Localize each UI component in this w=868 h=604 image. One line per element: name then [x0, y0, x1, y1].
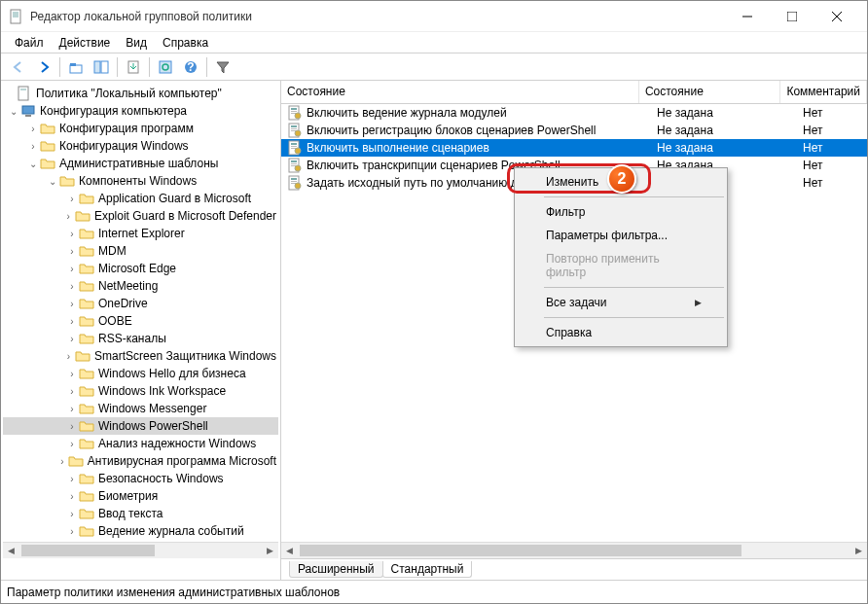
tree-item[interactable]: ›MDM [3, 242, 278, 260]
tree-item[interactable]: ›OneDrive [3, 295, 278, 312]
tree-windows-conf[interactable]: › Конфигурация Windows [3, 137, 278, 155]
svg-point-25 [295, 113, 301, 119]
svg-rect-5 [787, 12, 797, 21]
column-comment[interactable]: Комментарий [780, 81, 867, 103]
folder-icon [79, 471, 94, 486]
menubar: Файл Действие Вид Справка [1, 32, 867, 53]
folder-icon [79, 506, 94, 521]
policy-state: Не задана [651, 123, 797, 138]
export-button[interactable] [122, 55, 145, 79]
tree-item[interactable]: ›Ввод текста [3, 505, 278, 522]
tree-item[interactable]: ›NetMeeting [3, 277, 278, 295]
ctx-filter[interactable]: Фильтр [517, 200, 725, 224]
column-name[interactable]: Состояние [281, 81, 639, 103]
policy-tree[interactable]: ▸ Политика "Локальный компьютер" ⌄ Конфи… [3, 83, 278, 542]
ctx-separator [544, 317, 724, 318]
tree-item[interactable]: ›Exploit Guard в Microsoft Defender [3, 207, 278, 225]
tree-item[interactable]: ›Безопасность Windows [3, 470, 278, 487]
minimize-button[interactable] [725, 2, 770, 31]
tree-item-label: Безопасность Windows [96, 472, 226, 485]
tree-item[interactable]: ›Анализ надежности Windows [3, 435, 278, 452]
tree-item[interactable]: ›Application Guard в Microsoft [3, 190, 278, 207]
tree-item[interactable]: ›Microsoft Edge [3, 260, 278, 277]
refresh-button[interactable] [154, 55, 177, 79]
folder-icon [40, 156, 55, 171]
menu-help[interactable]: Справка [155, 34, 216, 52]
tree-item-label: OOBE [96, 314, 134, 328]
list-row[interactable]: Включить регистрацию блоков сценариев Po… [281, 122, 867, 139]
tree-item[interactable]: ›OOBE [3, 312, 278, 330]
svg-rect-32 [291, 143, 297, 145]
filter-button[interactable] [211, 55, 235, 79]
tree-item-label: Windows Messenger [96, 402, 208, 415]
svg-rect-43 [291, 181, 297, 182]
tree-item[interactable]: ›Ведение журнала событий [3, 522, 278, 540]
folder-icon [40, 121, 55, 136]
back-button[interactable] [7, 55, 30, 79]
tree-root[interactable]: ▸ Политика "Локальный компьютер" [3, 85, 278, 102]
menu-view[interactable]: Вид [118, 34, 155, 52]
tree-item[interactable]: ›Windows Hello для бизнеса [3, 365, 278, 382]
folder-icon [79, 383, 94, 399]
policy-comment: Нет [797, 175, 867, 191]
folder-icon [79, 296, 94, 311]
tree-computer-config[interactable]: ⌄ Конфигурация компьютера [3, 102, 278, 120]
svg-rect-37 [291, 160, 297, 162]
tree-item-label: Биометрия [96, 489, 160, 503]
tree-item-label: Ввод текста [96, 507, 164, 520]
ctx-help[interactable]: Справка [517, 321, 725, 344]
tree-item-label: RSS-каналы [96, 332, 168, 345]
folder-icon [79, 418, 94, 434]
app-icon [9, 9, 24, 24]
step-badge: 2 [607, 164, 636, 194]
folder-icon [75, 208, 90, 224]
setting-icon [287, 175, 303, 191]
tree-item[interactable]: ›RSS-каналы [3, 330, 278, 347]
tab-standard[interactable]: Стандартный [382, 561, 473, 578]
tree-item[interactable]: ›Биометрия [3, 487, 278, 505]
close-button[interactable] [814, 2, 859, 31]
tree-item-label: Microsoft Edge [96, 262, 178, 275]
help-button[interactable]: ? [179, 55, 202, 79]
tree-item-label: Exploit Guard в Microsoft Defender [92, 209, 278, 223]
show-hide-tree-button[interactable] [90, 55, 113, 79]
tree-item[interactable]: ›SmartScreen Защитника Windows [3, 347, 278, 365]
tab-extended[interactable]: Расширенный [289, 561, 383, 578]
ctx-all-tasks[interactable]: Все задачи▶ [517, 291, 725, 314]
menu-action[interactable]: Действие [52, 34, 119, 52]
content-area: ▸ Политика "Локальный компьютер" ⌄ Конфи… [1, 81, 867, 580]
menu-file[interactable]: Файл [7, 34, 52, 52]
svg-rect-13 [160, 61, 171, 73]
list-hscrollbar[interactable]: ◀▶ [281, 542, 867, 558]
tree-hscrollbar[interactable]: ◀▶ [3, 542, 278, 558]
up-button[interactable] [64, 55, 88, 79]
folder-icon [79, 523, 94, 539]
tree-item-label: Windows Hello для бизнеса [96, 367, 248, 380]
policy-state: Не задана [651, 105, 797, 121]
setting-icon [287, 105, 303, 121]
maximize-button[interactable] [770, 2, 814, 31]
policy-comment: Нет [797, 105, 867, 121]
ctx-separator [544, 287, 724, 288]
tree-item[interactable]: ›Windows Ink Workspace [3, 382, 278, 400]
list-row[interactable]: Включить ведение журнала модулейНе задан… [281, 104, 867, 122]
tree-item-label: NetMeeting [96, 279, 160, 293]
tree-item[interactable]: ›Windows Messenger [3, 400, 278, 417]
folder-icon [40, 138, 55, 154]
window-controls [725, 2, 859, 31]
tree-win-components[interactable]: ⌄ Компоненты Windows [3, 172, 278, 190]
tree-admin-templates[interactable]: ⌄ Административные шаблоны [3, 155, 278, 172]
tree-item[interactable]: ›Internet Explorer [3, 225, 278, 242]
tree-item[interactable]: ›Windows PowerShell [3, 417, 278, 435]
column-state[interactable]: Состояние [639, 81, 780, 103]
svg-rect-11 [101, 61, 108, 73]
svg-rect-38 [291, 163, 297, 164]
forward-button[interactable] [32, 55, 55, 79]
tree-item[interactable]: ›Антивирусная программа Microsoft [3, 452, 278, 470]
tree-item-label: OneDrive [96, 297, 150, 310]
policy-name: Включить регистрацию блоков сценариев Po… [307, 124, 596, 137]
list-row[interactable]: Включить выполнение сценариевНе заданаНе… [281, 139, 867, 157]
ctx-filter-params[interactable]: Параметры фильтра... [517, 224, 725, 247]
tree-software[interactable]: › Конфигурация программ [3, 120, 278, 137]
folder-icon [79, 401, 94, 416]
